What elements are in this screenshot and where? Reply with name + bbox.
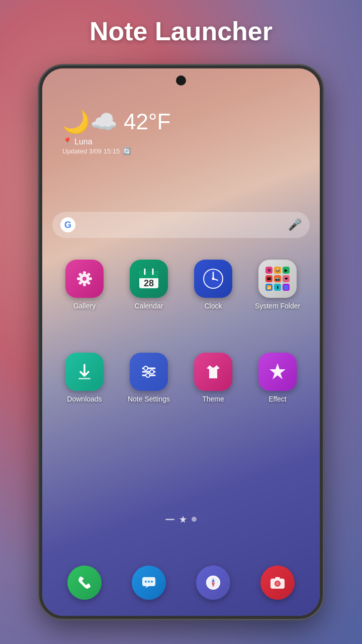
phone-screen: 🌙☁️ 42°F 📍 Luna Updated 3/09 15:15 🔄 G 🎤 <box>42 68 320 616</box>
refresh-icon: 🔄 <box>123 147 131 155</box>
downloads-label: Downloads <box>67 395 102 403</box>
app-downloads[interactable]: Downloads <box>57 353 112 403</box>
effect-label: Effect <box>268 395 287 403</box>
dock-camera[interactable] <box>260 566 295 600</box>
svg-point-26 <box>150 370 154 374</box>
svg-point-6 <box>79 273 82 276</box>
clock-label: Clock <box>204 302 222 310</box>
app-row-2: Downloads Note Settings <box>42 353 320 403</box>
svg-point-25 <box>144 366 148 370</box>
microphone-icon[interactable]: 🎤 <box>288 218 302 231</box>
theme-label: Theme <box>202 395 224 403</box>
app-calendar[interactable]: 28 Calendar <box>121 260 176 310</box>
svg-point-1 <box>82 277 86 281</box>
app-system-folder[interactable]: ⚙ 📦 ▶ ☎ 📷 ❤ 📶 ⬇ 🌐 System Folder <box>250 260 305 310</box>
calendar-icon: 28 <box>130 260 168 298</box>
weather-temp: 42°F <box>124 109 170 134</box>
dock <box>52 559 310 606</box>
gallery-label: Gallery <box>73 302 96 310</box>
svg-point-5 <box>89 277 92 280</box>
svg-point-32 <box>151 581 153 583</box>
page-dot-dash <box>165 519 174 520</box>
calendar-label: Calendar <box>135 302 163 310</box>
svg-marker-28 <box>269 363 286 379</box>
svg-text:28: 28 <box>144 278 154 288</box>
theme-icon <box>194 353 232 391</box>
svg-point-8 <box>87 273 90 276</box>
system-folder-icon: ⚙ 📦 ▶ ☎ 📷 ❤ 📶 ⬇ 🌐 <box>258 260 297 298</box>
app-gallery[interactable]: Gallery <box>57 260 112 310</box>
svg-point-40 <box>281 580 283 582</box>
effect-icon <box>258 353 297 391</box>
page-dot-circle <box>192 517 197 522</box>
svg-point-7 <box>87 282 90 285</box>
app-theme[interactable]: Theme <box>186 353 241 403</box>
phone-frame: 🌙☁️ 42°F 📍 Luna Updated 3/09 15:15 🔄 G 🎤 <box>39 65 323 619</box>
search-bar[interactable]: G 🎤 <box>52 212 310 238</box>
dock-compass[interactable] <box>196 566 230 600</box>
svg-point-39 <box>276 582 280 586</box>
system-folder-label: System Folder <box>255 302 300 310</box>
svg-point-3 <box>83 283 86 286</box>
svg-point-31 <box>148 581 150 583</box>
note-settings-label: Note Settings <box>128 395 170 403</box>
clock-icon <box>194 260 232 298</box>
location-pin-icon: 📍 <box>62 137 72 146</box>
gallery-icon <box>65 260 104 298</box>
weather-widget[interactable]: 🌙☁️ 42°F 📍 Luna Updated 3/09 15:15 🔄 <box>62 109 170 155</box>
svg-point-27 <box>146 373 150 377</box>
page-indicators <box>42 516 320 523</box>
downloads-icon <box>65 353 104 391</box>
google-logo: G <box>60 217 75 232</box>
svg-point-4 <box>77 277 80 280</box>
app-note-settings[interactable]: Note Settings <box>121 353 176 403</box>
weather-location: 📍 Luna <box>62 137 170 146</box>
page-title: Note Launcher <box>0 16 362 46</box>
note-settings-icon <box>130 353 168 391</box>
camera-hole <box>176 75 186 86</box>
svg-rect-21 <box>78 378 90 379</box>
svg-point-9 <box>79 282 82 285</box>
app-clock[interactable]: Clock <box>186 260 241 310</box>
page-dot-home <box>179 516 187 523</box>
app-row-1: Gallery 28 Calendar <box>42 260 320 310</box>
svg-point-30 <box>145 581 147 583</box>
svg-point-2 <box>83 271 86 274</box>
weather-updated: Updated 3/09 15:15 🔄 <box>62 147 170 155</box>
dock-phone[interactable] <box>67 566 102 600</box>
dock-messages[interactable] <box>132 566 166 600</box>
app-effect[interactable]: Effect <box>250 353 305 403</box>
weather-icon: 🌙☁️ <box>62 109 118 135</box>
